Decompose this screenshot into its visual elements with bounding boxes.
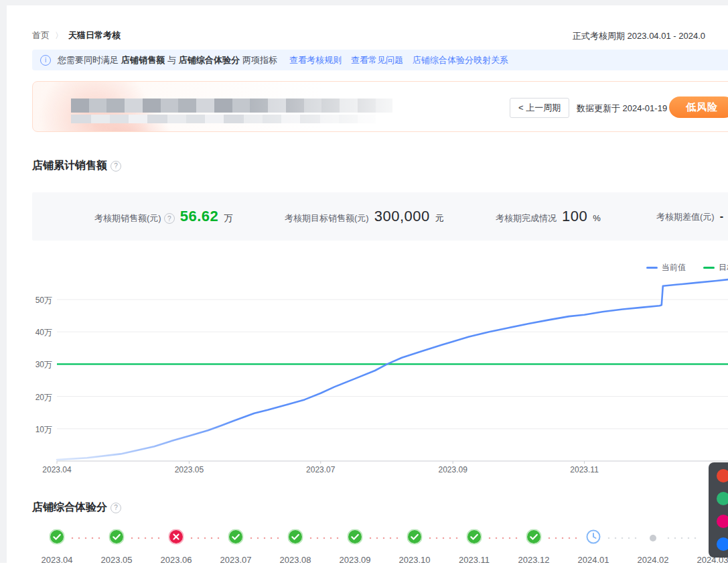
y-axis-tick-label: 30万: [23, 359, 52, 371]
chevron-right-icon: 〉: [55, 30, 63, 42]
y-axis-tick-label: 20万: [23, 392, 52, 403]
banner-link[interactable]: 店铺综合体验分映射关系: [413, 54, 508, 66]
legend-item-current[interactable]: 当前值: [646, 262, 686, 273]
x-axis-tick-label: 2023.09: [438, 465, 467, 474]
sales-section-title-text: 店铺累计销售额: [32, 159, 107, 173]
data-updated-text: 数据更新于 2024-01-19: [577, 103, 667, 115]
timeline-connector-dots: [307, 537, 343, 539]
status-pass-check-icon: [526, 529, 542, 547]
current-value-line: [57, 279, 728, 460]
breadcrumb-current: 天猫日常考核: [68, 29, 121, 42]
status-pass-check-icon: [288, 529, 303, 547]
banner-metric-sales: 店铺销售额: [121, 54, 165, 66]
stat-value: 300,000: [374, 208, 430, 225]
status-pass-check-icon: [228, 529, 244, 547]
x-axis-tick-label: 2023.05: [175, 465, 204, 474]
timeline-month-label: 2023.06: [161, 555, 192, 563]
help-icon[interactable]: ?: [111, 503, 121, 513]
status-pass-check-icon: [50, 529, 65, 547]
timeline-connector-dots: [188, 537, 224, 539]
legend-item-target[interactable]: 目标值: [703, 262, 728, 273]
banner-metric-experience: 店铺综合体验分: [179, 54, 240, 66]
help-icon[interactable]: ?: [111, 161, 121, 172]
stat-difference: 考核期差值(元) -: [656, 210, 723, 223]
timeline-month-label: 2023.08: [280, 555, 311, 563]
page: { "breadcrumb": {"home": "首页", "separato…: [0, 0, 728, 583]
main-content: 首页 〉 天猫日常考核 正式考核周期 2023.04.01 - 2024.0 i…: [7, 5, 728, 563]
legend-line-marker: [646, 267, 658, 269]
dock-icon-red[interactable]: [717, 469, 728, 482]
timeline-month-label: 2024.02: [638, 555, 669, 563]
dock-icon-magenta[interactable]: [717, 515, 728, 528]
dock-icon-blue[interactable]: [717, 537, 728, 551]
info-banner: i 您需要同时满足 店铺销售额 与 店铺综合体验分 两项指标 查看考核规则查看常…: [32, 50, 728, 70]
timeline-connector-dots: [427, 537, 462, 539]
page-left-margin: [0, 0, 7, 563]
x-axis-tick-label: 2023.04: [42, 465, 71, 474]
timeline-connector-dots: [367, 537, 403, 539]
legend-label: 目标值: [719, 262, 728, 273]
status-fail-x-icon: [169, 529, 184, 547]
risk-level-badge: 低风险: [669, 96, 728, 118]
status-pass-check-icon: [348, 529, 363, 547]
timeline-month-label: 2023.11: [459, 555, 490, 563]
status-pass-check-icon: [407, 529, 423, 547]
timeline-connector-dots: [69, 537, 104, 539]
page-top-margin: [0, 0, 728, 5]
stat-unit: 元: [435, 212, 444, 224]
banner-text-prefix: 您需要同时满足: [58, 54, 119, 66]
stat-target-sales: 考核期目标销售额(元) 300,000 元: [285, 208, 444, 225]
timeline-connector-dots: [486, 537, 522, 539]
timeline-connector-dots: [546, 537, 581, 539]
timeline-connector-dots: [129, 537, 164, 539]
y-axis-tick-label: 50万: [23, 295, 52, 306]
y-axis-tick-label: 40万: [23, 327, 52, 338]
stat-value: -: [720, 210, 723, 222]
timeline-connector-dots: [248, 537, 283, 539]
timeline-month-label: 2023.10: [399, 555, 431, 563]
stat-period-sales: 考核期销售额(元) ? 56.62 万: [94, 208, 232, 225]
status-in-progress-clock-icon: [586, 529, 601, 547]
x-axis-tick-label: 2023.07: [306, 465, 335, 474]
timeline-month-label: 2023.07: [220, 555, 252, 563]
store-subtitle-redacted: [71, 115, 376, 123]
stat-label: 考核期差值(元): [656, 211, 715, 223]
status-pass-check-icon: [109, 529, 125, 547]
timeline-month-label: 2023.04: [42, 555, 73, 563]
stat-label: 考核期完成情况: [496, 212, 557, 224]
chart-legend: 当前值 目标值: [646, 262, 728, 273]
store-name-redacted: [71, 99, 392, 113]
info-icon: i: [40, 55, 51, 66]
stat-label: 考核期销售额(元) ?: [94, 212, 175, 224]
banner-conjunction: 与: [167, 54, 176, 66]
stat-unit: 万: [224, 212, 232, 224]
floating-dock: [709, 462, 728, 558]
x-axis-tick-label: 2023.11: [570, 465, 599, 474]
legend-label: 当前值: [662, 262, 686, 273]
dock-icon-green[interactable]: [717, 492, 728, 505]
timeline-connector-dots: [605, 537, 641, 539]
experience-section-title: 店铺综合体验分 ?: [32, 501, 121, 515]
banner-text-suffix: 两项指标: [242, 54, 277, 66]
stat-completion: 考核期完成情况 100 %: [496, 208, 601, 225]
previous-period-button[interactable]: < 上一周期: [510, 98, 569, 118]
stat-value: 56.62: [180, 208, 219, 225]
timeline-month-label: 2023.12: [518, 555, 550, 563]
stat-unit: %: [593, 213, 601, 223]
sales-section-title: 店铺累计销售额 ?: [32, 159, 121, 173]
timeline-connector-dots: [665, 537, 701, 539]
store-card: < 上一周期 数据更新于 2024-01-19 低风险: [32, 81, 728, 132]
banner-link[interactable]: 查看考核规则: [289, 54, 342, 66]
timeline-month-label: 2023.05: [101, 555, 133, 563]
timeline-month-label: 2024.01: [578, 555, 609, 563]
banner-link[interactable]: 查看常见问题: [351, 54, 403, 66]
assessment-cycle-text: 正式考核周期 2023.04.01 - 2024.0: [573, 30, 705, 42]
status-future-dot-icon: [650, 535, 656, 541]
breadcrumb-home[interactable]: 首页: [32, 29, 50, 42]
legend-line-marker: [703, 267, 715, 269]
stat-value: 100: [562, 208, 587, 225]
y-axis-tick-label: 10万: [23, 424, 52, 436]
timeline-month-label: 2023.09: [340, 555, 371, 563]
status-pass-check-icon: [467, 529, 482, 547]
help-icon[interactable]: ?: [164, 213, 175, 224]
